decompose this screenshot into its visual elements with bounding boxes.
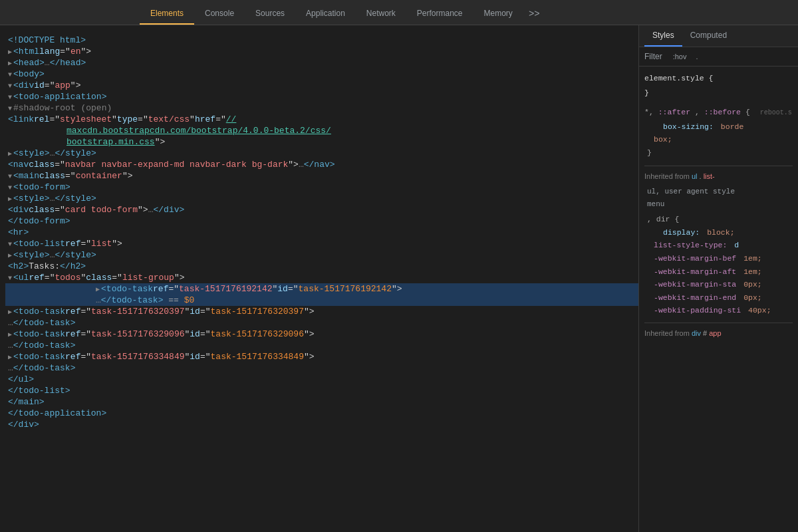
styles-panel-tabs: Styles Computed xyxy=(639,25,798,47)
dom-line-close-todo-app: </todo-application> xyxy=(8,408,638,419)
dom-line-main[interactable]: ▼ <main class =" container "> xyxy=(8,170,638,182)
dom-line-style2[interactable]: ▶ <style> … </style> xyxy=(8,193,638,204)
tab-network[interactable]: Network xyxy=(356,3,406,25)
dot-button[interactable]: . xyxy=(693,51,700,62)
webkit-margin-sta: -webkit-margin-sta 0px; xyxy=(644,278,793,291)
webkit-padding-sti: -webkit-padding-sti 40px; xyxy=(644,304,793,317)
dir-rule: , dir { xyxy=(644,213,793,226)
box-sizing-prop: box-sizing: borde xyxy=(644,120,793,134)
dom-line-link-url2: bootstrap.min.css "> xyxy=(8,136,638,148)
dom-line-h2[interactable]: <h2> Tasks: </h2> xyxy=(8,261,638,272)
dom-line-todo-task-3-close: … </todo-task> xyxy=(8,340,638,351)
list-style-type-prop: list-style-type: d xyxy=(644,239,793,252)
dom-line-todo-list[interactable]: ▼ <todo-list ref =" list "> xyxy=(8,238,638,249)
tab-application[interactable]: Application xyxy=(295,3,356,25)
styles-panel: Styles Computed Filter :hov . xyxy=(638,25,798,532)
user-agent-label: ul, user agent style xyxy=(644,186,793,198)
dom-line-todo-task-2-close: … </todo-task> xyxy=(8,317,638,329)
dom-line-close-ul: </ul> xyxy=(8,374,638,385)
dom-line-style3[interactable]: ▶ <style> … </style> xyxy=(8,249,638,261)
dom-line-style1[interactable]: ▶ <style> … </style> xyxy=(8,148,638,159)
dom-line-todo-task-1[interactable]: ▶ <todo-task ref =" task-1517176192142 "… xyxy=(5,283,638,295)
inherited-from-2: Inherited from div # app xyxy=(644,323,793,340)
dom-line-link-url1: maxcdn.bootstrapcdn.com/bootstrap/4.0.0-… xyxy=(8,125,638,136)
styles-filter-row: Filter :hov . xyxy=(639,47,798,66)
dom-line-todo-task-4-close: … </todo-task> xyxy=(8,362,638,374)
hov-button[interactable]: :hov xyxy=(670,51,690,62)
dom-line-todo-task-4[interactable]: ▶ <todo-task ref =" task-1517176334849 "… xyxy=(8,351,638,362)
display-prop: display: block; xyxy=(644,226,793,239)
webkit-margin-end: -webkit-margin-end 0px; xyxy=(644,291,793,305)
dom-line-close-div-app: </div> xyxy=(8,419,638,430)
dom-line-html[interactable]: ▶ <html lang =" en "> xyxy=(8,46,638,57)
dom-tree: <!DOCTYPE html> ▶ <html lang =" en "> ▶ … xyxy=(0,29,638,430)
dom-line-shadow-root[interactable]: ▼ #shadow-root (open) xyxy=(8,102,638,114)
dom-line-div-app[interactable]: ▼ <div id =" app "> xyxy=(8,80,638,91)
dom-line-div-card[interactable]: <div class =" card todo-form "> … </div> xyxy=(8,204,638,215)
element-style-selector: element.style { xyxy=(644,72,793,85)
dom-line-link[interactable]: <link rel =" stylesheet " type =" text/c… xyxy=(8,114,638,125)
universal-rule-close: } xyxy=(644,146,793,160)
element-style-rule: element.style { } xyxy=(644,72,793,99)
dom-line-close-todo-list: </todo-list> xyxy=(8,385,638,396)
dom-line-todo-task-3[interactable]: ▶ <todo-task ref =" task-1517176329096 "… xyxy=(8,329,638,340)
devtools-window: Elements Console Sources Application Net… xyxy=(0,0,798,532)
menu-label: menu xyxy=(644,198,793,211)
dom-panel: <!DOCTYPE html> ▶ <html lang =" en "> ▶ … xyxy=(0,25,638,532)
dom-line-todo-form[interactable]: ▼ <todo-form> xyxy=(8,182,638,193)
devtools-toolbar: Elements Console Sources Application Net… xyxy=(0,0,798,25)
more-tabs-button[interactable]: >> xyxy=(523,3,545,25)
universal-selector: *, ::after , ::before { reboot.s xyxy=(644,106,793,119)
dom-line-doctype: <!DOCTYPE html> xyxy=(8,35,638,46)
dom-line-head[interactable]: ▶ <head> … </head> xyxy=(8,57,638,68)
webkit-margin-bef: -webkit-margin-bef 1em; xyxy=(644,252,793,265)
box-prop: box; xyxy=(644,133,793,146)
dom-line-close-todo-form: </todo-form> xyxy=(8,215,638,227)
dom-line-todo-application[interactable]: ▼ <todo-application> xyxy=(8,91,638,102)
tab-sources[interactable]: Sources xyxy=(245,3,295,25)
styles-content: element.style { } *, ::after , ::before … xyxy=(639,66,798,347)
element-style-close: } xyxy=(644,86,793,100)
dom-line-ul[interactable]: ▼ <ul ref =" todos " class =" list-group… xyxy=(8,272,638,283)
tab-elements[interactable]: Elements xyxy=(140,3,194,25)
tab-computed[interactable]: Computed xyxy=(682,25,735,47)
devtools-body: <!DOCTYPE html> ▶ <html lang =" en "> ▶ … xyxy=(0,25,798,532)
filter-label: Filter xyxy=(644,52,662,61)
universal-rule: *, ::after , ::before { reboot.s box-siz… xyxy=(644,106,793,159)
dom-line-todo-task-1-close: … </todo-task> == $0 xyxy=(5,295,638,306)
dom-line-hr[interactable]: <hr> xyxy=(8,227,638,238)
dom-line-close-main: </main> xyxy=(8,396,638,408)
dom-line-todo-task-2[interactable]: ▶ <todo-task ref =" task-1517176320397 "… xyxy=(8,306,638,317)
tab-styles[interactable]: Styles xyxy=(644,25,682,47)
dom-line-body[interactable]: ▼ <body> xyxy=(8,68,638,80)
inherited-from-1: Inherited from ul . list- xyxy=(644,166,793,183)
dom-line-nav[interactable]: <nav class =" navbar navbar-expand-md na… xyxy=(8,159,638,170)
tab-console[interactable]: Console xyxy=(194,3,245,25)
tab-performance[interactable]: Performance xyxy=(406,3,473,25)
webkit-margin-aft: -webkit-margin-aft 1em; xyxy=(644,265,793,279)
tab-memory[interactable]: Memory xyxy=(473,3,523,25)
